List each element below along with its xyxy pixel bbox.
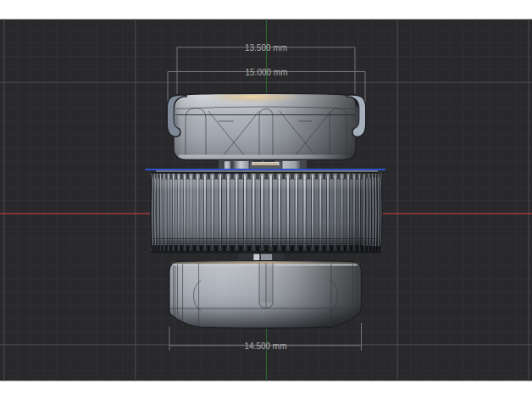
svg-text:15.000 mm: 15.000 mm bbox=[245, 68, 287, 77]
svg-text:14.500 mm: 14.500 mm bbox=[244, 342, 286, 351]
svg-text:13.500 mm: 13.500 mm bbox=[245, 43, 287, 53]
